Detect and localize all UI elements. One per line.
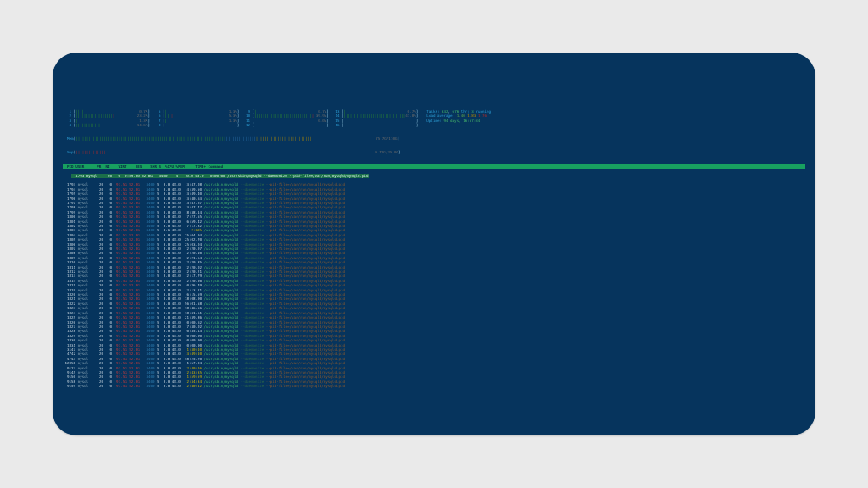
process-list[interactable]: 1793 mysql 20 0 93.5G 52.8G 3400 S 0.0 4… (63, 182, 805, 388)
mem-meter: Mem[||||||||||||||||||||||||||||||||||||… (63, 136, 805, 141)
screenshot-card: 1 [|||| 0.7%] 5 [| 1.3%] 9 [| 0.7%] 13 [… (53, 53, 815, 435)
process-row[interactable]: 9159 mysql 20 0 93.5G 52.8G 3400 S 0.0 4… (63, 384, 805, 388)
column-header: PID USER PR NI VIRT RES SHR S %CPU %MEM … (63, 164, 805, 169)
selected-row[interactable]: 1793 mysql 20 0 0:59.90 52.8G 3400 S 0.0… (71, 174, 368, 178)
terminal: 1 [|||| 0.7%] 5 [| 1.3%] 9 [| 0.7%] 13 [… (53, 53, 815, 397)
cpu-meters: 1 [|||| 0.7%] 5 [| 1.3%] 9 [| 0.7%] 13 [… (63, 109, 805, 128)
swap-meter: Swp[|||||||||||||| 9.12G/25.0G] (63, 150, 805, 154)
